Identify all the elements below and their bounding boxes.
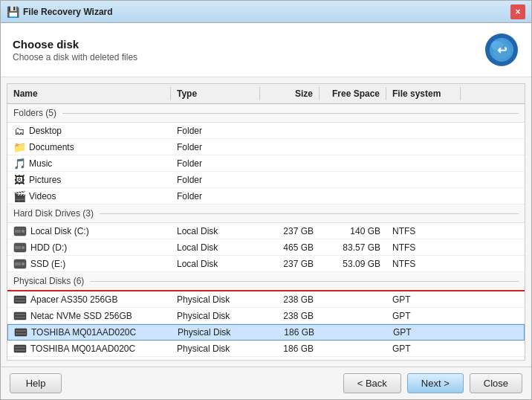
close-button[interactable]: Close	[470, 373, 522, 393]
table-row[interactable]: 📁 Documents Folder	[7, 139, 525, 155]
table-body[interactable]: Folders (5) 🗂 Desktop Folder 📁 Documents	[7, 104, 525, 360]
table-row[interactable]: TOSHIBA MQ01AAD020C Physical Disk 186 GB…	[7, 341, 525, 357]
row-type: Physical Disk	[171, 358, 260, 361]
row-name: Apacer AS350 256GB	[7, 293, 171, 306]
svg-rect-19	[15, 329, 27, 336]
table-row[interactable]: 🗂 Desktop Folder	[7, 123, 525, 139]
table-row[interactable]: TOSHIBA MQ01AAD020C Physical Disk 186 GB…	[7, 357, 525, 360]
app-logo: ↩	[484, 32, 519, 68]
row-freespace	[320, 331, 387, 334]
row-fs: GPT	[386, 293, 461, 306]
svg-rect-17	[15, 314, 25, 315]
row-name: TOSHIBA MQ01AAD020C	[8, 326, 172, 339]
close-button[interactable]: ×	[510, 4, 525, 19]
table-row[interactable]: Local Disk (C:) Local Disk 237 GB 140 GB…	[7, 223, 525, 239]
row-name: 🖼 Pictures	[7, 172, 171, 187]
table-row[interactable]: 🖼 Pictures Folder	[7, 172, 525, 188]
music-folder-icon: 🎵	[13, 158, 25, 170]
row-size: 238 GB	[260, 309, 319, 323]
table-row[interactable]: 🎬 Videos Folder	[7, 188, 525, 204]
app-icon: 💾	[7, 6, 19, 18]
row-type: Folder	[171, 141, 260, 154]
row-fs: GPT	[386, 309, 461, 323]
group-hdd-separator	[100, 213, 519, 214]
svg-rect-21	[16, 333, 26, 335]
svg-rect-9	[15, 246, 21, 249]
svg-rect-20	[16, 330, 26, 332]
physical-disk-icon	[13, 312, 27, 320]
row-name: 🗂 Desktop	[7, 123, 171, 138]
row-type: Folder	[171, 124, 260, 138]
row-freespace: 140 GB	[319, 225, 386, 238]
table-row[interactable]: Netac NVMe SSD 256GB Physical Disk 238 G…	[7, 308, 525, 324]
row-fs	[386, 146, 461, 149]
row-size	[260, 129, 319, 132]
row-type: Folder	[171, 190, 260, 203]
row-type: Local Disk	[171, 257, 260, 271]
row-name: Local Disk (C:)	[7, 225, 171, 238]
row-type: Folder	[171, 173, 260, 187]
svg-rect-24	[15, 349, 25, 351]
row-name: HDD (D:)	[7, 241, 171, 254]
svg-rect-6	[15, 230, 21, 233]
table-row-selected[interactable]: TOSHIBA MQ01AAD020C Physical Disk 186 GB…	[7, 324, 525, 341]
row-freespace: 83.57 GB	[319, 241, 386, 254]
svg-rect-13	[14, 296, 26, 303]
main-window: 💾 File Recovery Wizard × Choose disk Cho…	[0, 0, 532, 400]
window-title: File Recovery Wizard	[23, 7, 510, 17]
svg-rect-15	[15, 300, 25, 302]
header-title: Choose disk	[13, 38, 484, 51]
help-button[interactable]: Help	[10, 373, 62, 393]
row-fs: GPT	[387, 326, 461, 339]
table-row[interactable]: 🎵 Music Folder	[7, 155, 525, 172]
svg-rect-16	[14, 312, 26, 320]
group-folders-label: Folders (5)	[13, 108, 56, 118]
next-button[interactable]: Next >	[407, 373, 464, 393]
row-type: Physical Disk	[171, 309, 260, 323]
row-type: Local Disk	[171, 241, 260, 254]
row-name: 📁 Documents	[7, 140, 171, 155]
back-button[interactable]: < Back	[343, 373, 401, 393]
svg-rect-22	[14, 345, 26, 352]
row-fs	[386, 178, 461, 181]
footer: Help < Back Next > Close	[1, 367, 531, 399]
col-size: Size	[260, 87, 319, 100]
folder-icon: 📁	[13, 141, 25, 153]
row-name: TOSHIBA MQ01AAD020C	[7, 342, 171, 355]
col-scroll-spacer	[461, 87, 473, 100]
row-size	[260, 178, 319, 181]
table-header: Name Type Size Free Space File system	[7, 84, 525, 104]
hard-disk-icon	[13, 226, 27, 236]
folder-blue-icon: 🗂	[13, 125, 25, 137]
videos-folder-icon: 🎬	[13, 190, 25, 202]
row-size: 186 GB	[260, 342, 319, 355]
row-freespace	[319, 129, 386, 132]
row-type: Folder	[171, 157, 260, 170]
table-row[interactable]: SSD (E:) Local Disk 237 GB 53.09 GB NTFS	[7, 256, 525, 272]
row-size	[260, 195, 319, 198]
header-subtitle: Choose a disk with deleted files	[13, 52, 484, 62]
row-freespace: 53.09 GB	[319, 257, 386, 271]
row-fs: GPT	[386, 358, 461, 361]
svg-text:↩: ↩	[497, 44, 507, 57]
row-size	[260, 162, 319, 165]
group-hdd-label: Hard Disk Drives (3)	[13, 208, 94, 219]
row-freespace	[319, 178, 386, 181]
table-row[interactable]: HDD (D:) Local Disk 465 GB 83.57 GB NTFS	[7, 239, 525, 256]
svg-point-11	[22, 262, 25, 265]
footer-left: Help	[10, 373, 337, 393]
row-freespace	[319, 314, 386, 317]
row-size: 237 GB	[260, 225, 319, 238]
footer-right: < Back Next > Close	[343, 373, 522, 393]
svg-point-8	[22, 246, 25, 249]
table-row[interactable]: Apacer AS350 256GB Physical Disk 238 GB …	[7, 291, 525, 308]
group-physical-separator	[90, 281, 519, 282]
row-name: 🎵 Music	[7, 156, 171, 171]
col-type: Type	[171, 87, 260, 100]
row-freespace	[319, 146, 386, 149]
group-hdd: Hard Disk Drives (3)	[7, 204, 525, 223]
row-name: Netac NVMe SSD 256GB	[7, 309, 171, 323]
row-name: SSD (E:)	[7, 257, 171, 271]
hard-disk-icon	[13, 259, 27, 269]
row-fs	[386, 195, 461, 198]
